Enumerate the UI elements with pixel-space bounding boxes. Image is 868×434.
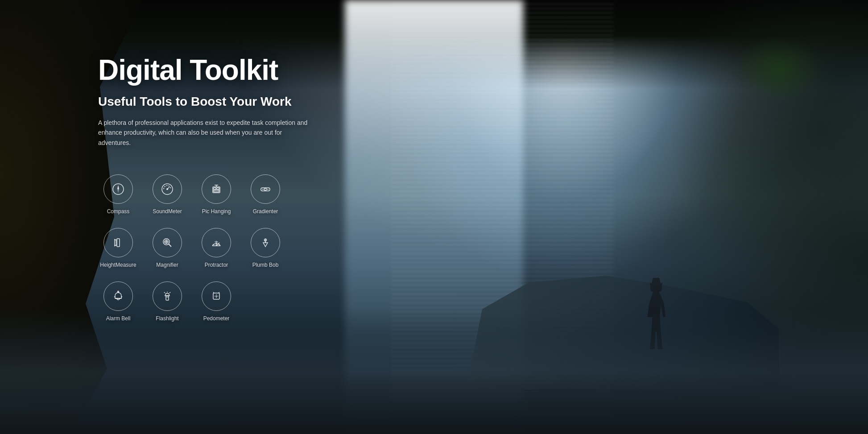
svg-line-34 [213, 244, 214, 245]
flashlight-label: Flashlight [156, 315, 178, 322]
magnifier-icon-ring[interactable] [153, 228, 182, 257]
height-measure-label: HeightMeasure [100, 262, 136, 268]
page-subtitle: Useful Tools to Boost Your Work [98, 95, 312, 109]
tool-compass[interactable]: Compass [98, 174, 138, 223]
magnifier-label: Magnifier [156, 262, 178, 268]
pedometer-icon-ring[interactable] [202, 281, 231, 311]
tool-plumb-bob[interactable]: Plumb Bob [245, 228, 285, 277]
tool-protractor[interactable]: Protractor [196, 228, 236, 277]
svg-line-49 [164, 292, 165, 293]
height-measure-icon [112, 236, 125, 249]
svg-line-36 [217, 242, 218, 243]
pic-hanging-icon-ring[interactable] [202, 174, 231, 204]
svg-marker-39 [263, 243, 268, 247]
svg-rect-9 [214, 190, 219, 192]
page-description: A plethora of professional applications … [98, 118, 312, 148]
soundmeter-icon-ring[interactable] [153, 174, 182, 204]
alarm-bell-icon [112, 289, 125, 303]
svg-rect-51 [166, 297, 168, 298]
svg-line-27 [169, 244, 171, 247]
tool-alarm-bell[interactable]: Alarm Bell [98, 281, 138, 331]
svg-rect-7 [214, 188, 216, 190]
page-title: Digital Toolkit [98, 54, 312, 87]
tool-soundmeter[interactable]: SoundMeter [147, 174, 187, 223]
pic-hanging-label: Pic Hanging [202, 208, 231, 215]
svg-line-37 [219, 244, 219, 245]
tool-magnifier[interactable]: Magnifier [147, 228, 187, 277]
svg-marker-47 [165, 293, 169, 296]
protractor-icon-ring[interactable] [202, 228, 231, 257]
compass-label: Compass [107, 208, 130, 215]
svg-point-53 [216, 296, 217, 297]
tool-pedometer[interactable]: Pedometer [196, 281, 236, 331]
tool-gradienter[interactable]: Gradienter [245, 174, 285, 223]
protractor-label: Protractor [205, 262, 228, 268]
gradienter-label: Gradienter [253, 208, 278, 215]
svg-rect-8 [217, 188, 219, 190]
svg-line-44 [114, 297, 115, 297]
pic-hanging-icon [210, 182, 223, 196]
flashlight-icon-ring[interactable] [153, 281, 182, 311]
magnifier-icon [161, 236, 174, 249]
tool-flashlight[interactable]: Flashlight [147, 281, 187, 331]
svg-rect-16 [117, 239, 120, 247]
svg-line-45 [121, 297, 122, 297]
content-overlay: Digital Toolkit Useful Tools to Boost Yo… [0, 0, 312, 331]
gradienter-icon-ring[interactable] [251, 174, 280, 204]
height-measure-icon-ring[interactable] [103, 228, 133, 257]
alarm-bell-icon-ring[interactable] [103, 281, 133, 311]
plumb-bob-icon [259, 236, 272, 249]
tool-pic-hanging[interactable]: Pic Hanging [196, 174, 236, 223]
compass-icon-ring[interactable] [103, 174, 133, 204]
svg-point-13 [265, 188, 267, 190]
tool-height-measure[interactable]: HeightMeasure [98, 228, 138, 277]
moss-patches [734, 36, 823, 103]
compass-icon [112, 182, 125, 196]
flashlight-icon [161, 289, 174, 303]
svg-line-5 [167, 187, 169, 189]
soundmeter-label: SoundMeter [153, 208, 182, 215]
svg-line-50 [169, 292, 170, 293]
pedometer-label: Pedometer [203, 315, 230, 322]
alarm-bell-label: Alarm Bell [106, 315, 131, 322]
pedometer-icon [210, 289, 223, 303]
plumb-bob-label: Plumb Bob [252, 262, 279, 268]
plumb-bob-icon-ring[interactable] [251, 228, 280, 257]
svg-marker-2 [117, 189, 119, 193]
protractor-icon [210, 236, 223, 249]
svg-line-35 [215, 242, 215, 243]
soundmeter-icon [161, 182, 174, 196]
tools-grid: Compass SoundMeter [98, 174, 312, 331]
gradienter-icon [259, 182, 272, 196]
